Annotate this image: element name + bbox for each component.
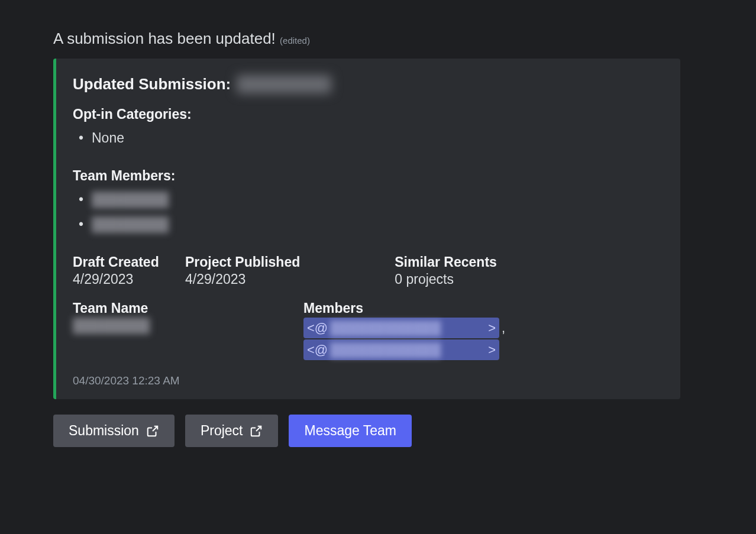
field-value: 4/29/2023 [73, 271, 173, 287]
mention-separator: , [502, 321, 505, 336]
action-buttons-row: Submission Project Message Team [53, 415, 703, 447]
embed-card: Updated Submission: ████████ Opt-in Cate… [53, 59, 680, 399]
team-members-label: Team Members: [73, 168, 664, 184]
field-label: Draft Created [73, 254, 173, 270]
field-value: 4/29/2023 [185, 271, 300, 287]
embed-title-redacted: ████████ [237, 75, 331, 93]
optin-categories-list: None [73, 126, 664, 150]
field-similar-recents: Similar Recents 0 projects [395, 254, 497, 287]
button-label: Project [201, 423, 243, 439]
field-members: Members <@ ████████████ > , <@ █████████… [303, 300, 505, 360]
redacted-text: ████████████ [328, 318, 488, 338]
field-label: Similar Recents [395, 254, 497, 270]
edited-tag: (edited) [280, 35, 310, 46]
mention-row: <@ ████████████ > [303, 339, 499, 360]
message-header-text: A submission has been updated! [53, 30, 276, 47]
message-header: A submission has been updated! (edited) [53, 30, 703, 48]
redacted-text: ████████ [73, 318, 150, 333]
field-label: Project Published [185, 254, 300, 270]
embed-fields-row-1: Draft Created 4/29/2023 Project Publishe… [73, 254, 664, 287]
user-mention[interactable]: <@ ████████████ > [303, 318, 499, 338]
field-value: 0 projects [395, 271, 497, 287]
embed-title: Updated Submission: ████████ [73, 75, 664, 93]
external-link-icon [146, 425, 159, 438]
list-item: ████████ [73, 187, 664, 212]
redacted-text: ████████ [92, 192, 169, 207]
redacted-text: ████████ [92, 216, 169, 232]
mention-prefix: <@ [307, 318, 328, 338]
field-label: Team Name [73, 300, 238, 316]
list-item: ████████ [73, 212, 664, 237]
team-members-list: ████████ ████████ [73, 187, 664, 237]
field-value: ████████ [73, 318, 238, 334]
button-label: Message Team [304, 423, 396, 439]
mention-row: <@ ████████████ > , [303, 318, 505, 338]
mention-suffix: > [488, 340, 496, 360]
user-mention[interactable]: <@ ████████████ > [303, 339, 499, 360]
mention-prefix: <@ [307, 340, 328, 360]
field-project-published: Project Published 4/29/2023 [185, 254, 300, 287]
field-label: Members [303, 300, 505, 316]
field-draft-created: Draft Created 4/29/2023 [73, 254, 173, 287]
external-link-icon [250, 425, 263, 438]
button-label: Submission [69, 423, 139, 439]
field-team-name: Team Name ████████ [73, 300, 238, 360]
embed-title-prefix: Updated Submission: [73, 75, 231, 93]
project-button[interactable]: Project [185, 415, 279, 447]
embed-fields-row-2: Team Name ████████ Members <@ ██████████… [73, 300, 664, 360]
mention-suffix: > [488, 318, 496, 338]
message-team-button[interactable]: Message Team [289, 415, 412, 447]
member-mentions-list: <@ ████████████ > , <@ ████████████ > [303, 318, 505, 360]
list-item: None [73, 126, 664, 150]
embed-footer-timestamp: 04/30/2023 12:23 AM [73, 374, 664, 387]
submission-button[interactable]: Submission [53, 415, 175, 447]
redacted-text: ████████████ [328, 340, 488, 360]
optin-categories-label: Opt-in Categories: [73, 106, 664, 122]
